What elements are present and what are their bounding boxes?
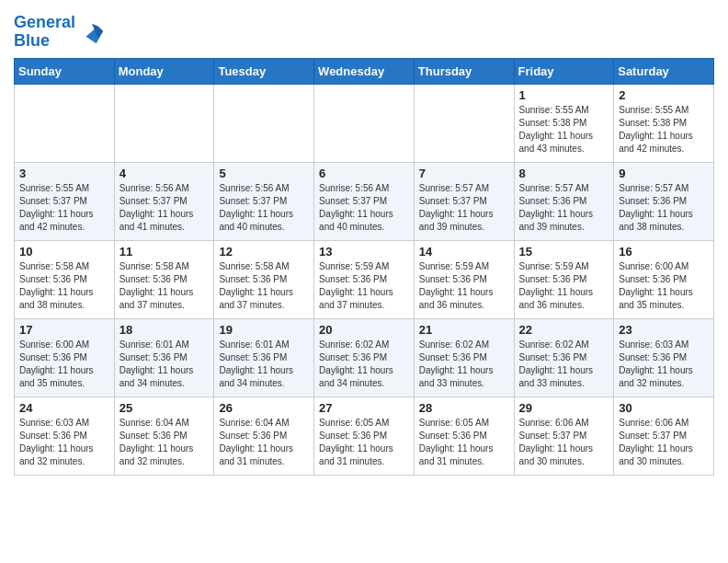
calendar-cell: 21Sunrise: 6:02 AM Sunset: 5:36 PM Dayli…: [414, 318, 514, 396]
calendar-cell: 6Sunrise: 5:56 AM Sunset: 5:37 PM Daylig…: [314, 162, 415, 240]
calendar-cell: [314, 84, 415, 162]
calendar-cell: 29Sunrise: 6:06 AM Sunset: 5:37 PM Dayli…: [514, 396, 614, 475]
day-info: Sunrise: 5:56 AM Sunset: 5:37 PM Dayligh…: [219, 182, 309, 234]
day-info: Sunrise: 6:06 AM Sunset: 5:37 PM Dayligh…: [619, 417, 709, 468]
day-info: Sunrise: 6:06 AM Sunset: 5:37 PM Dayligh…: [519, 417, 609, 468]
calendar-week-row: 24Sunrise: 6:03 AM Sunset: 5:36 PM Dayli…: [15, 396, 714, 475]
day-info: Sunrise: 5:59 AM Sunset: 5:36 PM Dayligh…: [519, 260, 609, 312]
day-number: 5: [219, 167, 309, 180]
weekday-header: Thursday: [414, 58, 514, 84]
calendar-cell: 13Sunrise: 5:59 AM Sunset: 5:36 PM Dayli…: [314, 240, 415, 318]
calendar-cell: 10Sunrise: 5:58 AM Sunset: 5:36 PM Dayli…: [15, 240, 115, 318]
day-number: 7: [419, 167, 509, 180]
day-info: Sunrise: 5:56 AM Sunset: 5:37 PM Dayligh…: [119, 182, 210, 234]
calendar-cell: 17Sunrise: 6:00 AM Sunset: 5:36 PM Dayli…: [15, 318, 115, 396]
day-number: 2: [619, 88, 709, 102]
day-info: Sunrise: 5:59 AM Sunset: 5:36 PM Dayligh…: [419, 260, 509, 312]
page-header: General Blue: [14, 9, 714, 51]
day-number: 1: [519, 88, 609, 102]
calendar-cell: [214, 84, 314, 162]
weekday-header: Monday: [114, 58, 214, 84]
day-info: Sunrise: 6:02 AM Sunset: 5:36 PM Dayligh…: [419, 339, 509, 390]
day-number: 6: [319, 167, 409, 180]
day-number: 23: [619, 323, 709, 337]
day-info: Sunrise: 5:55 AM Sunset: 5:38 PM Dayligh…: [619, 104, 709, 155]
calendar-cell: 26Sunrise: 6:04 AM Sunset: 5:36 PM Dayli…: [214, 396, 314, 475]
day-info: Sunrise: 5:55 AM Sunset: 5:38 PM Dayligh…: [519, 104, 609, 155]
day-number: 21: [419, 323, 509, 337]
day-number: 11: [119, 245, 210, 259]
weekday-header: Tuesday: [214, 58, 314, 84]
day-number: 14: [419, 245, 509, 259]
day-number: 24: [19, 401, 109, 415]
day-number: 26: [219, 401, 309, 415]
calendar-cell: 5Sunrise: 5:56 AM Sunset: 5:37 PM Daylig…: [214, 162, 314, 240]
calendar-cell: 19Sunrise: 6:01 AM Sunset: 5:36 PM Dayli…: [214, 318, 314, 396]
day-number: 30: [619, 401, 709, 415]
calendar-cell: 24Sunrise: 6:03 AM Sunset: 5:36 PM Dayli…: [15, 396, 115, 475]
weekday-header: Saturday: [614, 58, 714, 84]
logo: General Blue: [14, 14, 105, 51]
calendar-cell: 16Sunrise: 6:00 AM Sunset: 5:36 PM Dayli…: [614, 240, 714, 318]
day-info: Sunrise: 5:56 AM Sunset: 5:37 PM Dayligh…: [319, 182, 409, 234]
day-number: 27: [319, 401, 409, 415]
calendar-week-row: 10Sunrise: 5:58 AM Sunset: 5:36 PM Dayli…: [15, 240, 714, 318]
day-number: 28: [419, 401, 509, 415]
calendar-week-row: 17Sunrise: 6:00 AM Sunset: 5:36 PM Dayli…: [15, 318, 714, 396]
calendar-cell: 27Sunrise: 6:05 AM Sunset: 5:36 PM Dayli…: [314, 396, 415, 475]
day-number: 13: [319, 245, 409, 259]
day-number: 4: [119, 167, 210, 180]
day-info: Sunrise: 6:00 AM Sunset: 5:36 PM Dayligh…: [619, 260, 709, 312]
day-info: Sunrise: 5:57 AM Sunset: 5:36 PM Dayligh…: [519, 182, 609, 234]
calendar-week-row: 3Sunrise: 5:55 AM Sunset: 5:37 PM Daylig…: [15, 162, 714, 240]
day-number: 29: [519, 401, 609, 415]
day-info: Sunrise: 6:04 AM Sunset: 5:36 PM Dayligh…: [219, 417, 309, 468]
day-info: Sunrise: 6:05 AM Sunset: 5:36 PM Dayligh…: [419, 417, 509, 468]
calendar-cell: 14Sunrise: 5:59 AM Sunset: 5:36 PM Dayli…: [414, 240, 514, 318]
calendar-cell: 3Sunrise: 5:55 AM Sunset: 5:37 PM Daylig…: [15, 162, 115, 240]
calendar-header-row: SundayMondayTuesdayWednesdayThursdayFrid…: [15, 58, 714, 84]
logo-icon: [79, 19, 105, 45]
day-info: Sunrise: 5:57 AM Sunset: 5:37 PM Dayligh…: [419, 182, 509, 234]
day-number: 10: [19, 245, 109, 259]
calendar-cell: 8Sunrise: 5:57 AM Sunset: 5:36 PM Daylig…: [514, 162, 614, 240]
calendar-cell: [114, 84, 214, 162]
calendar-cell: 23Sunrise: 6:03 AM Sunset: 5:36 PM Dayli…: [614, 318, 714, 396]
day-number: 3: [19, 167, 109, 180]
day-number: 16: [619, 245, 709, 259]
calendar-table: SundayMondayTuesdayWednesdayThursdayFrid…: [14, 58, 714, 476]
calendar-cell: [414, 84, 514, 162]
day-info: Sunrise: 6:02 AM Sunset: 5:36 PM Dayligh…: [319, 339, 409, 390]
logo-text: General Blue: [14, 14, 75, 51]
day-info: Sunrise: 6:01 AM Sunset: 5:36 PM Dayligh…: [119, 339, 210, 390]
calendar-cell: 12Sunrise: 5:58 AM Sunset: 5:36 PM Dayli…: [214, 240, 314, 318]
calendar-cell: 22Sunrise: 6:02 AM Sunset: 5:36 PM Dayli…: [514, 318, 614, 396]
day-number: 18: [119, 323, 210, 337]
calendar-cell: [15, 84, 115, 162]
day-number: 17: [19, 323, 109, 337]
calendar-week-row: 1Sunrise: 5:55 AM Sunset: 5:38 PM Daylig…: [15, 84, 714, 162]
day-info: Sunrise: 6:02 AM Sunset: 5:36 PM Dayligh…: [519, 339, 609, 390]
day-info: Sunrise: 5:58 AM Sunset: 5:36 PM Dayligh…: [19, 260, 109, 312]
weekday-header: Sunday: [15, 58, 115, 84]
day-info: Sunrise: 6:01 AM Sunset: 5:36 PM Dayligh…: [219, 339, 309, 390]
day-info: Sunrise: 5:57 AM Sunset: 5:36 PM Dayligh…: [619, 182, 709, 234]
calendar-cell: 25Sunrise: 6:04 AM Sunset: 5:36 PM Dayli…: [114, 396, 214, 475]
day-info: Sunrise: 5:59 AM Sunset: 5:36 PM Dayligh…: [319, 260, 409, 312]
day-number: 12: [219, 245, 309, 259]
day-info: Sunrise: 6:00 AM Sunset: 5:36 PM Dayligh…: [19, 339, 109, 390]
day-number: 22: [519, 323, 609, 337]
calendar-cell: 11Sunrise: 5:58 AM Sunset: 5:36 PM Dayli…: [114, 240, 214, 318]
calendar-cell: 28Sunrise: 6:05 AM Sunset: 5:36 PM Dayli…: [414, 396, 514, 475]
weekday-header: Wednesday: [314, 58, 415, 84]
calendar-cell: 30Sunrise: 6:06 AM Sunset: 5:37 PM Dayli…: [614, 396, 714, 475]
day-info: Sunrise: 5:58 AM Sunset: 5:36 PM Dayligh…: [219, 260, 309, 312]
day-number: 15: [519, 245, 609, 259]
calendar-cell: 7Sunrise: 5:57 AM Sunset: 5:37 PM Daylig…: [414, 162, 514, 240]
day-number: 19: [219, 323, 309, 337]
day-number: 20: [319, 323, 409, 337]
calendar-cell: 15Sunrise: 5:59 AM Sunset: 5:36 PM Dayli…: [514, 240, 614, 318]
day-info: Sunrise: 5:55 AM Sunset: 5:37 PM Dayligh…: [19, 182, 109, 234]
calendar-cell: 1Sunrise: 5:55 AM Sunset: 5:38 PM Daylig…: [514, 84, 614, 162]
day-info: Sunrise: 6:04 AM Sunset: 5:36 PM Dayligh…: [119, 417, 210, 468]
